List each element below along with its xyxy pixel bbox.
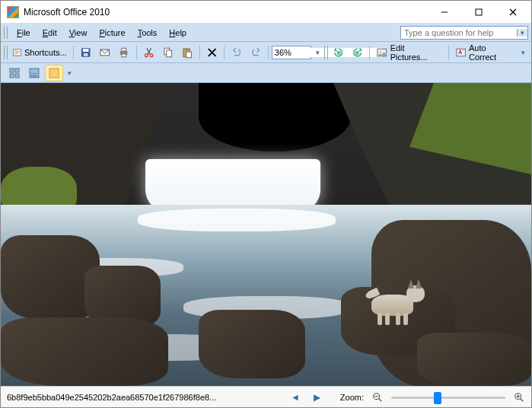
menu-edit[interactable]: Edit (37, 27, 63, 39)
filmstrip-view-button[interactable] (25, 65, 43, 81)
svg-line-36 (379, 398, 382, 401)
separator (448, 46, 449, 59)
paste-button[interactable] (178, 44, 196, 61)
status-filename: 6b8f9eb5bba049e2545202b2aea68570e1f26798… (7, 393, 216, 402)
svg-rect-22 (355, 51, 359, 55)
menu-file[interactable]: File (11, 27, 37, 39)
photo-content (1, 83, 531, 386)
auto-correct-button[interactable]: Auto Correct (452, 44, 518, 61)
redo-button[interactable] (247, 44, 265, 61)
toolbar-overflow-3[interactable]: ▾ (65, 65, 75, 81)
minimize-button[interactable] (427, 1, 461, 23)
dog-subject (364, 279, 425, 325)
separator (136, 46, 137, 59)
shortcuts-button[interactable]: Shortcuts... (9, 44, 70, 61)
auto-correct-label: Auto Correct (469, 43, 514, 62)
svg-rect-11 (122, 53, 126, 56)
zoom-combo[interactable]: ▾ (272, 46, 311, 59)
save-button[interactable] (77, 44, 94, 61)
edit-pictures-button[interactable]: Edit Pictures... (373, 44, 444, 61)
svg-point-24 (380, 50, 382, 53)
svg-rect-7 (83, 53, 88, 56)
svg-rect-1 (476, 9, 482, 15)
separator (268, 46, 269, 59)
svg-rect-32 (33, 75, 36, 78)
rotate-left-button[interactable] (330, 44, 347, 61)
svg-rect-17 (185, 48, 189, 50)
menu-help[interactable]: Help (163, 27, 193, 39)
zoom-in-button[interactable] (513, 391, 525, 403)
menu-tools[interactable]: Tools (132, 27, 164, 39)
svg-rect-21 (336, 51, 340, 55)
toolbar-handle-2[interactable] (324, 46, 328, 59)
undo-button[interactable] (228, 44, 245, 61)
svg-rect-31 (30, 75, 32, 78)
separator (199, 46, 200, 59)
svg-rect-27 (15, 69, 19, 72)
toolbar-handle-1[interactable] (4, 46, 8, 59)
app-icon (7, 6, 19, 18)
thumbnail-view-button[interactable] (5, 65, 24, 81)
help-search-dropdown[interactable]: ▾ (517, 29, 527, 37)
svg-rect-15 (167, 50, 172, 57)
delete-button[interactable] (203, 44, 221, 61)
edit-pictures-label: Edit Pictures... (390, 43, 442, 62)
zoom-slider-thumb (434, 392, 441, 404)
mail-button[interactable] (96, 44, 113, 61)
titlebar: Microsoft Office 2010 (1, 1, 531, 24)
menubar-handle[interactable] (4, 27, 8, 39)
print-button[interactable] (115, 44, 132, 61)
window-controls (427, 1, 530, 23)
svg-rect-29 (15, 74, 19, 78)
close-button[interactable] (495, 1, 530, 23)
svg-point-12 (145, 53, 148, 56)
image-canvas[interactable] (1, 83, 531, 386)
prev-image-button[interactable]: ◄ (288, 392, 303, 403)
single-view-button[interactable] (45, 65, 63, 81)
statusbar: 6b8f9eb5bba049e2545202b2aea68570e1f26798… (1, 386, 531, 407)
zoom-label: Zoom: (340, 393, 364, 402)
svg-rect-33 (37, 75, 39, 78)
svg-rect-18 (186, 52, 192, 58)
shortcuts-label: Shortcuts... (24, 48, 67, 57)
help-search-box[interactable]: ▾ (400, 26, 528, 40)
svg-rect-28 (10, 74, 14, 78)
toolbar-standard: Shortcuts... ▾ ▾ Edit Pictures... Auto C… (1, 42, 531, 63)
copy-button[interactable] (159, 44, 177, 61)
svg-rect-10 (122, 48, 126, 51)
toolbar-view: ▾ (1, 63, 531, 83)
separator (224, 46, 225, 59)
next-image-button[interactable]: ▶ (311, 392, 323, 403)
zoom-slider[interactable] (391, 390, 505, 404)
separator (73, 46, 74, 59)
maximize-button[interactable] (461, 1, 495, 23)
help-search-input[interactable] (401, 28, 517, 37)
zoom-out-button[interactable] (371, 391, 384, 403)
menu-view[interactable]: View (63, 27, 94, 39)
svg-line-39 (521, 398, 524, 401)
toolbar-overflow-1[interactable]: ▾ (313, 44, 323, 61)
svg-rect-34 (49, 69, 59, 78)
cut-button[interactable] (140, 44, 158, 61)
window-title: Microsoft Office 2010 (24, 7, 427, 18)
svg-rect-30 (30, 69, 39, 74)
svg-point-13 (150, 53, 153, 56)
svg-rect-26 (10, 69, 14, 72)
svg-rect-6 (82, 49, 88, 52)
rotate-right-button[interactable] (349, 44, 366, 61)
menubar: File Edit View Picture Tools Help ▾ (1, 24, 531, 42)
toolbar-overflow-2[interactable]: ▾ (518, 44, 528, 61)
menu-picture[interactable]: Picture (93, 27, 131, 39)
separator (369, 46, 370, 59)
